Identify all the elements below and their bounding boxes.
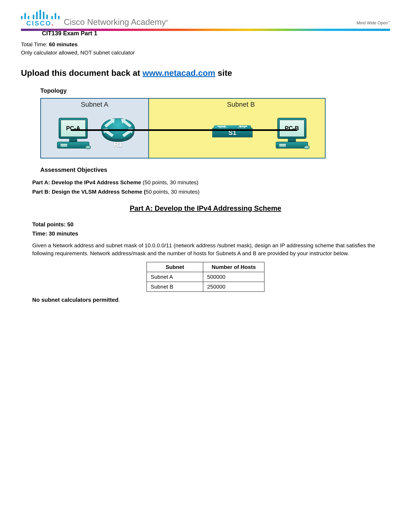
cisco-logo: CISCO. [21, 10, 60, 27]
upload-instruction: Upload this document back at www.netacad… [21, 68, 390, 78]
router-label: R1 [114, 141, 122, 148]
cell-hosts: 250000 [203, 282, 264, 292]
calc-rule: Only calculator allowed, NOT subnet calc… [21, 48, 390, 57]
subnet-b-region: Subnet B S1 PC-B [149, 99, 325, 158]
switch-arrow-icon [240, 126, 247, 127]
objective-b: Part B: Design the VLSM Address Scheme (… [32, 187, 390, 197]
table-header-row: Subnet Number of Hosts [147, 262, 264, 272]
topology-diagram: Subnet A G0/0 G0/1 F0/5 F0/6 PC-A [40, 98, 326, 159]
logo-block: CISCO. Cisco Networking Academy® [21, 10, 168, 27]
subnet-a-label: Subnet A [41, 101, 148, 108]
cell-subnet: Subnet A [147, 272, 203, 282]
pc-b-icon: PC-B [274, 118, 310, 149]
router-arrow-icon [104, 120, 113, 128]
tagline: Mind Wide Open™ [356, 20, 390, 27]
router-arrow-icon [123, 120, 131, 128]
part-a-title: Part A: Develop the IPv4 Addressing Sche… [21, 204, 390, 212]
exam-meta: Total Time: 60 minutes Only calculator a… [21, 40, 390, 57]
part-a-time: Time: 30 minutes [32, 229, 390, 238]
topology-diagram-wrap: Subnet A G0/0 G0/1 F0/5 F0/6 PC-A [21, 98, 390, 159]
part-a-points: Total points: 50 [32, 220, 390, 229]
topology-heading: Topology [21, 87, 390, 94]
pc-a-icon: PC-A [56, 118, 91, 149]
col-subnet: Subnet [147, 262, 203, 272]
exam-title: CIT139 Exam Part 1 [21, 30, 390, 37]
part-a-description: Given a Network address and subnet mask … [21, 241, 390, 257]
total-time-line: Total Time: 60 minutes [21, 40, 390, 48]
objectives-list: Part A: Develop the IPv4 Address Scheme … [21, 178, 390, 197]
objectives-heading: Assessment Objectives [21, 167, 390, 173]
page-header: CISCO. Cisco Networking Academy® Mind Wi… [21, 10, 390, 29]
subnet-b-label: Subnet B [157, 101, 325, 108]
page: CISCO. Cisco Networking Academy® Mind Wi… [0, 0, 411, 532]
router-icon: R1 [101, 118, 135, 139]
no-calculator-note: No subnet calculators permitted. [21, 297, 390, 303]
hosts-table: Subnet Number of Hosts Subnet A 500000 S… [147, 262, 264, 292]
cisco-bars-icon [21, 10, 60, 19]
switch-icon: S1 [212, 120, 252, 137]
cisco-wordmark: CISCO. [26, 20, 54, 27]
table-row: Subnet A 500000 [147, 272, 264, 282]
part-a-meta: Total points: 50 Time: 30 minutes [21, 220, 390, 238]
network-cable [71, 129, 297, 131]
subnet-a-region: Subnet A G0/0 G0/1 F0/5 F0/6 PC-A [41, 99, 149, 158]
switch-arrow-icon [217, 126, 224, 127]
academy-title: Cisco Networking Academy® [64, 18, 168, 27]
cell-subnet: Subnet B [147, 282, 203, 292]
content: CIT139 Exam Part 1 Total Time: 60 minute… [21, 30, 390, 303]
cell-hosts: 500000 [203, 272, 264, 282]
netacad-link[interactable]: www.netacad.com [142, 68, 215, 77]
col-hosts: Number of Hosts [203, 262, 264, 272]
table-row: Subnet B 250000 [147, 282, 264, 292]
objective-a: Part A: Develop the IPv4 Address Scheme … [32, 178, 390, 187]
